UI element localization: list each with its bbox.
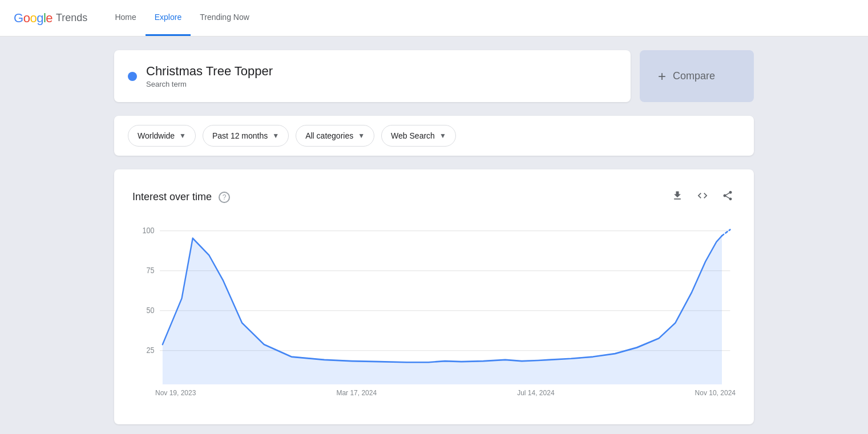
filter-category-label: All categories: [305, 131, 353, 140]
chevron-down-icon: ▼: [358, 132, 365, 140]
download-button[interactable]: [669, 188, 685, 206]
y-label-50: 50: [147, 306, 155, 315]
filter-search-type[interactable]: Web Search ▼: [381, 125, 456, 147]
chart-area: 100 75 50 25: [132, 225, 736, 384]
filter-region[interactable]: Worldwide ▼: [128, 125, 196, 147]
chart-area-fill: [163, 236, 722, 384]
filter-time-label: Past 12 months: [212, 131, 268, 140]
nav-explore[interactable]: Explore: [146, 0, 191, 36]
chevron-down-icon: ▼: [272, 132, 279, 140]
x-label-jul2024: Jul 14, 2024: [517, 389, 554, 397]
main-nav: Home Explore Trending Now: [106, 0, 258, 36]
y-label-100: 100: [143, 226, 155, 235]
filter-region-label: Worldwide: [138, 131, 175, 140]
filter-time[interactable]: Past 12 months ▼: [203, 125, 289, 147]
question-mark-icon: ?: [223, 193, 227, 201]
google-wordmark: Google: [14, 11, 53, 26]
trends-wordmark: Trends: [56, 12, 87, 24]
interest-chart: 100 75 50 25: [132, 225, 736, 384]
filters-bar: Worldwide ▼ Past 12 months ▼ All categor…: [114, 116, 754, 156]
help-icon[interactable]: ?: [219, 192, 230, 203]
chevron-down-icon: ▼: [179, 132, 186, 140]
main-content: Christmas Tree Topper Search term + Comp…: [0, 36, 868, 434]
y-label-75: 75: [147, 266, 155, 275]
share-icon: [722, 190, 733, 201]
search-term-heading: Christmas Tree Topper: [146, 64, 273, 79]
nav-home[interactable]: Home: [106, 0, 145, 36]
filter-search-type-label: Web Search: [391, 131, 435, 140]
y-label-25: 25: [147, 346, 155, 355]
filter-category[interactable]: All categories ▼: [296, 125, 374, 147]
embed-icon: [697, 190, 708, 201]
x-axis-labels: Nov 19, 2023 Mar 17, 2024 Jul 14, 2024 N…: [132, 384, 736, 397]
logo: Google Trends: [14, 11, 87, 26]
x-label-nov2024: Nov 10, 2024: [695, 389, 736, 397]
search-dot-indicator: [128, 72, 137, 81]
chevron-down-icon: ▼: [439, 132, 446, 140]
search-section: Christmas Tree Topper Search term + Comp…: [114, 50, 754, 102]
search-term-type: Search term: [146, 80, 273, 88]
compare-label: Compare: [673, 70, 715, 82]
download-icon: [672, 190, 683, 201]
search-term-card: Christmas Tree Topper Search term: [114, 50, 631, 102]
compare-card[interactable]: + Compare: [640, 50, 754, 102]
embed-button[interactable]: [695, 188, 710, 206]
x-label-nov2023: Nov 19, 2023: [155, 389, 196, 397]
compare-plus-icon: +: [658, 68, 666, 84]
chart-header: Interest over time ?: [132, 188, 736, 206]
search-text-area: Christmas Tree Topper Search term: [146, 64, 273, 88]
chart-title-area: Interest over time ?: [132, 191, 230, 203]
share-button[interactable]: [720, 188, 736, 206]
nav-trending-now[interactable]: Trending Now: [191, 0, 259, 36]
header: Google Trends Home Explore Trending Now: [0, 0, 868, 36]
x-label-mar2024: Mar 17, 2024: [336, 389, 377, 397]
chart-title: Interest over time: [132, 191, 212, 203]
chart-actions: [669, 188, 736, 206]
chart-card: Interest over time ?: [114, 169, 754, 424]
